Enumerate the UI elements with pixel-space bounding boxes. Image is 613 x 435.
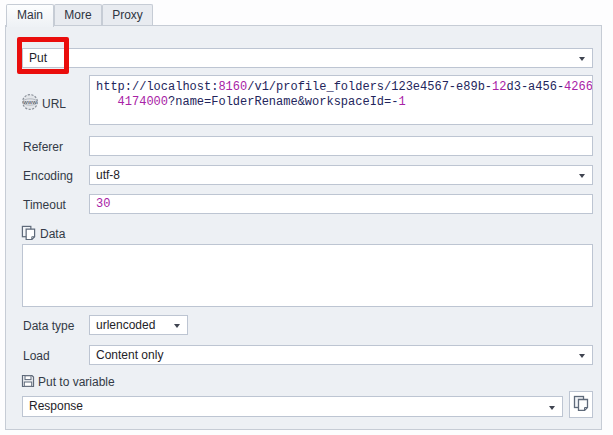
data-label: Data [40, 227, 65, 241]
chevron-down-icon [579, 57, 585, 61]
chevron-down-icon [579, 174, 585, 178]
encoding-select-value: utf-8 [96, 168, 120, 182]
tab-more[interactable]: More [54, 4, 102, 25]
encoding-select[interactable]: utf-8 [89, 165, 593, 185]
timeout-label: Timeout [23, 198, 66, 212]
load-label: Load [23, 349, 50, 363]
tab-main[interactable]: Main [6, 4, 54, 27]
encoding-label: Encoding [23, 169, 73, 183]
referer-label: Referer [23, 140, 63, 154]
data-type-select-value: urlencoded [96, 318, 155, 332]
copy-variable-button[interactable] [569, 391, 593, 418]
method-select[interactable]: Put [22, 48, 593, 68]
url-label: URL [42, 97, 66, 111]
chevron-down-icon [174, 324, 180, 328]
tab-proxy[interactable]: Proxy [102, 4, 153, 25]
save-icon [21, 374, 35, 391]
copy-pages-icon [573, 395, 589, 414]
method-select-value: Put [29, 51, 47, 65]
load-select[interactable]: Content only [89, 345, 593, 365]
http-request-dialog: Main More Proxy Put www URL http://local… [0, 0, 613, 435]
url-input[interactable]: http://localhost:8160/v1/profile_folders… [89, 75, 593, 125]
data-type-select[interactable]: urlencoded [89, 315, 188, 335]
chevron-down-icon [549, 406, 555, 410]
copy-pages-icon [21, 225, 36, 243]
timeout-input[interactable] [89, 194, 593, 214]
put-to-variable-label: Put to variable [38, 375, 115, 389]
chevron-down-icon [579, 354, 585, 358]
data-type-label: Data type [23, 319, 74, 333]
put-to-variable-select[interactable]: Response [22, 396, 563, 417]
put-to-variable-value: Response [29, 399, 83, 413]
data-textarea[interactable] [22, 244, 593, 307]
referer-input[interactable] [89, 136, 593, 156]
svg-text:www: www [22, 98, 37, 105]
www-globe-icon: www [21, 93, 39, 114]
load-select-value: Content only [96, 348, 163, 362]
